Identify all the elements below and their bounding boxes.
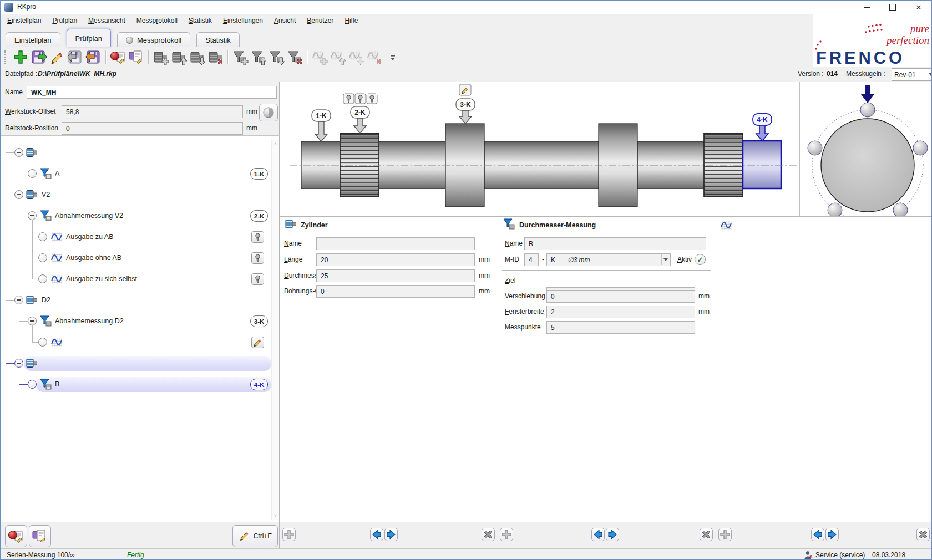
messung-close-button[interactable]	[700, 528, 713, 541]
measure-protocol-icon[interactable]	[109, 48, 127, 66]
tree-node-circle[interactable]	[28, 169, 37, 178]
output-add-icon[interactable]	[310, 48, 328, 66]
selected-cylinder-section[interactable]	[743, 141, 781, 189]
import-plan-icon[interactable]	[66, 48, 84, 66]
measure-protocol-button[interactable]	[5, 525, 27, 547]
menu-messprotokoll[interactable]: Messprotokoll	[131, 15, 183, 26]
menu-hilfe[interactable]: Hilfe	[339, 15, 363, 26]
tree-selection-highlight	[24, 356, 271, 371]
tree-item-a[interactable]: A	[55, 167, 59, 180]
tree-item-ausgabe-ohne-ab[interactable]: Ausgabe ohne AB	[66, 252, 121, 264]
save-plan-icon[interactable]	[29, 48, 48, 66]
tree-item-b[interactable]: B	[55, 378, 59, 390]
measurement-id-badge: 4-K	[250, 379, 268, 390]
cylinder-add-icon[interactable]	[151, 48, 170, 66]
output-delete-icon[interactable]	[365, 48, 383, 66]
menu-pruefplan[interactable]: Prüfplan	[47, 15, 83, 26]
cylinder-delete-icon[interactable]	[206, 48, 225, 66]
measurement-move-up-icon[interactable]	[249, 48, 267, 66]
svg-text:2-K: 2-K	[354, 109, 366, 116]
pencil-icon[interactable]	[251, 337, 264, 348]
tree-collapse-toggle[interactable]	[14, 296, 23, 304]
measurement-delete-icon[interactable]	[286, 48, 304, 66]
output-move-down-icon[interactable]	[347, 48, 365, 66]
output-prev-button[interactable]	[811, 528, 824, 541]
tree-item-d2[interactable]: D2	[42, 294, 50, 306]
tree-item-abnahmemessung-d2[interactable]: Abnahmemessung D2	[55, 315, 124, 327]
mid-input[interactable]: 4	[524, 253, 539, 266]
cylinder-icon	[285, 218, 296, 231]
messung-add-button[interactable]	[500, 528, 513, 541]
output-close-button[interactable]	[916, 528, 930, 541]
measurement-move-down-icon[interactable]	[267, 48, 286, 66]
save-protocol-button[interactable]	[29, 525, 51, 547]
tree-collapse-toggle[interactable]	[14, 148, 23, 157]
durchmesser-input[interactable]: 25	[316, 269, 475, 282]
menu-benutzer[interactable]: Benutzer	[301, 15, 339, 26]
menu-statistik[interactable]: Statistik	[183, 15, 217, 26]
laenge-input[interactable]: 20	[316, 253, 475, 266]
zylinder-close-button[interactable]	[482, 528, 495, 541]
stamp-icon[interactable]	[251, 273, 264, 285]
menu-einstellungen[interactable]: Einstellungen	[217, 15, 269, 26]
tab-statistik[interactable]: Statistik	[196, 32, 240, 47]
tree-item-abnahmemessung-v2[interactable]: Abnahmemessung V2	[55, 210, 123, 222]
tree-node-circle[interactable]	[38, 232, 47, 241]
menu-messansicht[interactable]: Messansicht	[83, 15, 131, 26]
scroll-up-icon[interactable]: ˄	[272, 140, 279, 148]
menu-einstellplan[interactable]: Einstellplan	[2, 15, 47, 26]
output-icon	[50, 252, 63, 264]
messung-name-input[interactable]: B	[524, 237, 706, 250]
zylinder-name-input[interactable]	[316, 237, 475, 250]
output-next-button[interactable]	[825, 528, 839, 541]
tree-node-circle[interactable]	[28, 380, 37, 389]
tree-collapse-toggle[interactable]	[28, 211, 37, 220]
zylinder-prev-button[interactable]	[370, 528, 383, 541]
export-plan-icon[interactable]	[84, 48, 103, 66]
close-button[interactable]: ✕	[906, 1, 931, 14]
fenster-input[interactable]: 2	[546, 306, 695, 318]
messpunkte-input[interactable]: 5	[546, 321, 695, 334]
messung-prev-button[interactable]	[591, 528, 605, 541]
messung-next-button[interactable]	[606, 528, 619, 541]
tree-node-circle[interactable]	[38, 338, 47, 347]
tree-item-ausgabe-zu-ab[interactable]: Ausgabe zu AB	[66, 231, 113, 243]
stamp-icons[interactable]	[343, 94, 377, 104]
edit-protocol-icon[interactable]	[127, 48, 145, 66]
scroll-down-icon[interactable]: ˅	[272, 512, 279, 520]
toolbar-overflow-icon[interactable]	[383, 48, 402, 66]
bohrung-input[interactable]: 0	[316, 285, 475, 298]
verschiebung-input[interactable]: 0	[546, 290, 695, 303]
new-plan-icon[interactable]	[11, 48, 29, 66]
tree-item-v2[interactable]: V2	[42, 189, 50, 201]
messkugeln-select[interactable]: Rev-01	[892, 68, 932, 81]
tree-node-circle[interactable]	[38, 253, 47, 262]
menu-ansicht[interactable]: Ansicht	[269, 15, 301, 26]
cylinder-move-down-icon[interactable]	[188, 48, 206, 66]
tree-node-circle[interactable]	[38, 274, 47, 283]
maximize-button[interactable]	[880, 1, 905, 14]
tree-scrollbar[interactable]: ˄ ˅	[271, 140, 279, 520]
tab-pruefplan[interactable]: Prüfplan	[67, 29, 111, 47]
stamp-icon[interactable]	[251, 252, 264, 264]
tree-item-ausgabe-zu-sich-selbst[interactable]: Ausgabe zu sich selbst	[66, 273, 137, 285]
edit-plan-icon[interactable]	[48, 48, 66, 66]
stamp-icon[interactable]	[251, 231, 264, 243]
tab-messprotokoll[interactable]: Messprotokoll	[117, 32, 190, 47]
mid-select[interactable]: K ∅3 mm	[546, 253, 671, 266]
zylinder-add-button[interactable]	[282, 528, 296, 541]
pencil-icon[interactable]	[459, 84, 471, 95]
output-move-up-icon[interactable]	[328, 48, 347, 66]
zylinder-next-button[interactable]	[384, 528, 398, 541]
tree-collapse-toggle[interactable]	[14, 359, 23, 368]
cylinder-move-up-icon[interactable]	[170, 48, 188, 66]
tree-collapse-toggle[interactable]	[14, 190, 23, 199]
bohrung-unit: mm	[479, 287, 490, 295]
aktiv-checkbox[interactable]: ✓	[695, 254, 706, 265]
tab-einstellplan[interactable]: Einstellplan	[6, 32, 60, 47]
minimize-button[interactable]	[854, 1, 879, 14]
output-add-button[interactable]	[718, 528, 732, 541]
measurement-add-icon[interactable]	[231, 48, 249, 66]
edit-plan-button[interactable]: Ctrl+E	[232, 525, 278, 547]
tree-collapse-toggle[interactable]	[28, 317, 37, 325]
